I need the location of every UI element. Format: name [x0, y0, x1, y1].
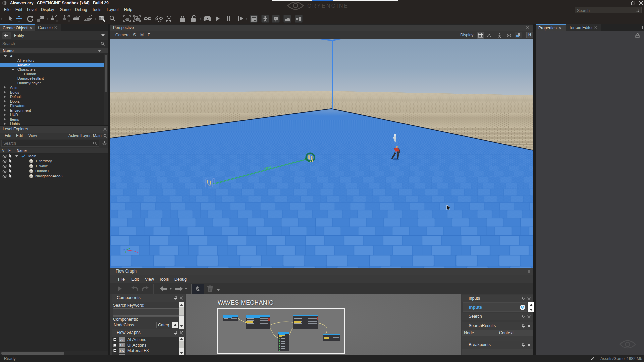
svg-text:CRYENGINE: CRYENGINE [307, 3, 349, 9]
svg-text:x: x [137, 251, 138, 254]
svg-text:y: y [125, 250, 127, 253]
